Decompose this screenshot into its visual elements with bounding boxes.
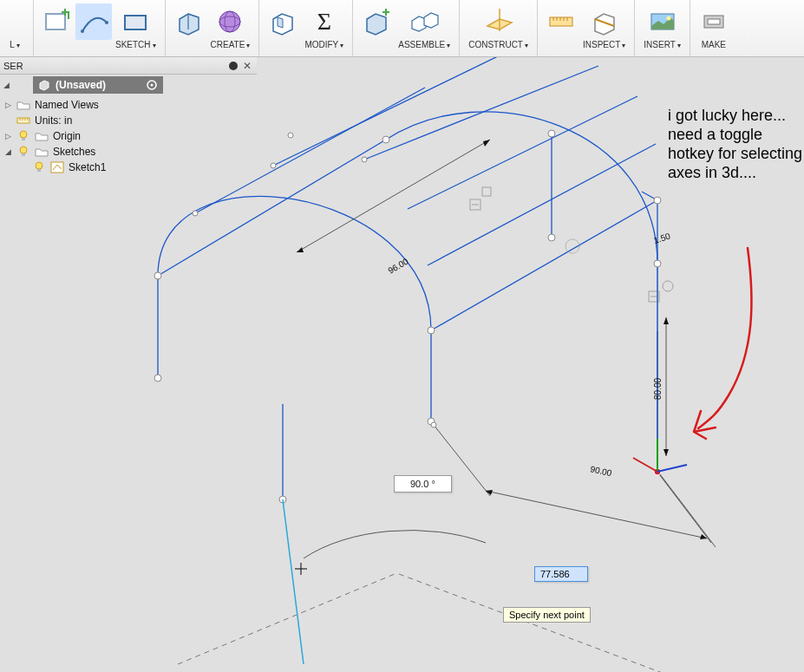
create-label: CREATE <box>211 40 245 49</box>
origin-label: Origin <box>53 130 81 142</box>
expander-icon[interactable]: ▷ <box>3 132 12 140</box>
modify-label: MODIFY <box>304 40 338 49</box>
svg-rect-1 <box>46 14 65 29</box>
construction-line <box>399 574 755 672</box>
units-label: Units: in <box>35 114 72 127</box>
origin-node[interactable]: ▷ Origin <box>0 128 173 144</box>
svg-point-3 <box>105 21 108 24</box>
chevron-down-icon: ▾ <box>622 42 625 49</box>
angle-value: 90.0 ° <box>410 479 435 489</box>
lightbulb-icon[interactable] <box>32 161 46 173</box>
origin-triad <box>633 439 687 475</box>
dimension-input[interactable] <box>535 567 587 581</box>
angle-readout: 90.0 ° <box>394 475 452 493</box>
chevron-down-icon: ▾ <box>447 42 450 49</box>
chevron-down-icon: ▾ <box>16 42 20 49</box>
extrude-button[interactable] <box>171 3 207 40</box>
svg-rect-11 <box>708 19 720 24</box>
sketch-points <box>154 130 661 503</box>
folder-icon <box>35 130 49 142</box>
root-node[interactable]: (Unsaved) <box>33 76 163 94</box>
svg-point-27 <box>382 136 389 143</box>
panel-label: L <box>10 40 15 49</box>
target-icon <box>146 79 158 91</box>
svg-rect-4 <box>125 16 146 29</box>
dim-90: 90.00 <box>590 464 613 478</box>
lightbulb-icon[interactable] <box>16 146 30 158</box>
sketch-geometry <box>158 57 657 499</box>
extrude-icon <box>174 7 204 36</box>
annotation-arrow <box>694 248 752 439</box>
user-annotation: i got lucky here... need a toggle hotkey… <box>668 106 804 182</box>
make-group: MAKE <box>690 0 737 56</box>
svg-point-15 <box>20 131 27 138</box>
svg-rect-0 <box>5 12 24 31</box>
modify-group: Σ MODIFY▾ <box>259 0 353 56</box>
arrowhead-icon <box>297 140 490 252</box>
svg-rect-39 <box>649 291 659 302</box>
dim-80: 80.00 <box>653 378 663 400</box>
svg-point-26 <box>428 418 435 425</box>
joint-button[interactable]: ASSEMBLE▾ <box>395 3 454 51</box>
revolve-button[interactable]: CREATE▾ <box>207 3 254 51</box>
chevron-down-icon: ▾ <box>153 42 156 49</box>
units-node[interactable]: ▷ Units: in <box>0 113 173 128</box>
construct-label: CONSTRUCT <box>468 40 523 49</box>
svg-point-2 <box>81 29 84 33</box>
construct-button[interactable]: CONSTRUCT▾ <box>465 3 532 51</box>
named-views-label: Named Views <box>35 99 99 111</box>
lightbulb-icon[interactable] <box>16 130 30 142</box>
insert-button[interactable]: INSERT▾ <box>640 3 684 51</box>
sigma-icon: Σ <box>310 7 339 36</box>
expander-icon[interactable]: ◢ <box>2 81 10 89</box>
sketch-create-button[interactable] <box>39 3 75 40</box>
root-label: (Unsaved) <box>56 79 106 91</box>
sketches-node[interactable]: ◢ Sketches <box>0 144 173 160</box>
assemble-new-button[interactable] <box>358 3 395 40</box>
sketch1-node[interactable]: ▷ Sketch1 <box>0 160 173 175</box>
make-button[interactable]: MAKE <box>696 3 732 51</box>
ext-line <box>659 474 711 543</box>
svg-point-19 <box>36 162 42 169</box>
section-button[interactable]: INSPECT▾ <box>579 3 629 51</box>
svg-rect-20 <box>37 169 41 172</box>
inspect-group: INSPECT▾ <box>538 0 635 56</box>
sketch-rect-button[interactable]: SKETCH▾ <box>112 3 160 51</box>
dim-line <box>297 140 490 252</box>
constraint-glyphs <box>470 187 673 302</box>
svg-point-22 <box>154 375 161 382</box>
sketch-line-button[interactable] <box>75 3 112 40</box>
close-icon[interactable]: ✕ <box>243 60 252 72</box>
arrowhead-icon <box>663 317 669 456</box>
parameters-button[interactable]: Σ MODIFY▾ <box>301 3 347 51</box>
insert-group: INSERT▾ <box>635 0 690 56</box>
panel-icon <box>5 12 24 31</box>
svg-point-40 <box>663 281 673 291</box>
minimize-icon[interactable] <box>229 62 238 70</box>
named-views-node[interactable]: ▷ Named Views <box>0 97 173 113</box>
expander-icon[interactable]: ▷ <box>3 101 12 109</box>
insert-label: INSERT <box>644 40 676 49</box>
svg-point-30 <box>654 260 661 267</box>
svg-point-35 <box>288 133 293 138</box>
construction-line <box>178 574 395 664</box>
svg-point-36 <box>431 422 436 427</box>
svg-rect-16 <box>22 138 25 140</box>
browser-panel-header: SER ✕ <box>0 57 257 75</box>
measure-button[interactable] <box>543 3 579 40</box>
panel-dropdown[interactable]: L▾ <box>2 3 28 51</box>
presspull-button[interactable] <box>265 3 301 40</box>
ribbon-toolbar: L▾ <box>0 0 804 57</box>
svg-rect-18 <box>22 153 25 156</box>
line-arc-icon <box>79 7 108 36</box>
dim-line <box>486 491 707 538</box>
expander-icon[interactable]: ◢ <box>3 147 12 156</box>
measure-icon <box>546 7 576 36</box>
rect-icon <box>121 7 150 36</box>
crosshair-icon <box>295 563 307 575</box>
svg-rect-21 <box>51 162 63 173</box>
tooltip-text: Specify next point <box>509 610 585 620</box>
active-dimension-input[interactable] <box>534 566 588 582</box>
sketch-new-icon <box>42 7 72 36</box>
svg-rect-38 <box>482 187 491 196</box>
